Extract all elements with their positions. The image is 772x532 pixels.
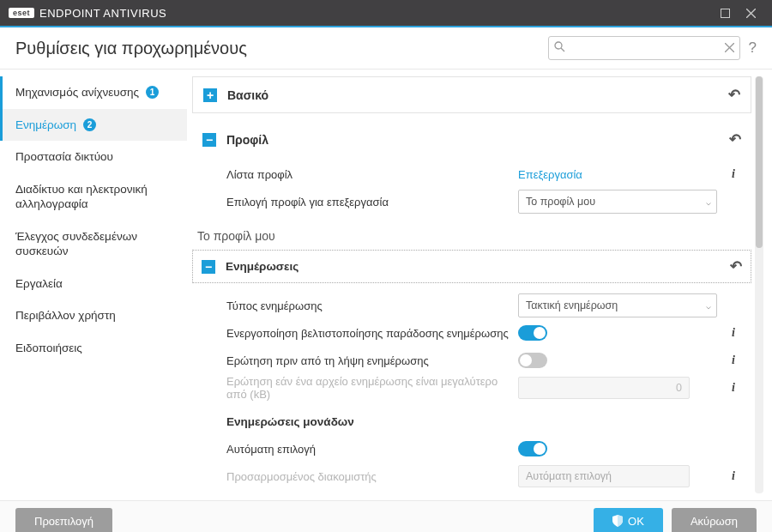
brand-badge: eset [9,8,34,18]
info-icon[interactable]: i [726,354,741,367]
help-button[interactable]: ? [749,39,757,57]
sidebar-item-label: Μηχανισμός ανίχνευσης [15,85,139,100]
section-basic-header[interactable]: + Βασικό ↶ [192,76,751,113]
section-profile-header[interactable]: − Προφίλ ↶ [192,122,751,157]
clear-search-icon[interactable] [725,42,734,55]
row-profile-select: Επιλογή προφίλ για επεξεργασία Το προφίλ… [226,188,741,215]
square-icon [721,9,730,18]
sidebar-item-network[interactable]: Προστασία δικτύου [0,141,187,173]
section-title: Βασικό [227,88,268,102]
subsection-updates-header[interactable]: − Ενημέρωσεις ↶ [192,250,751,283]
row-custom-server: Προσαρμοσμένος διακομιστής i [226,462,741,490]
row-update-type: Τύπος ενημέρωσης Τακτική ενημέρωση ⌵ [226,292,741,319]
sidebar-item-web-email[interactable]: Διαδίκτυο και ηλεκτρονική αλληλογραφία [0,173,187,221]
collapse-icon: − [202,133,216,147]
chevron-down-icon: ⌵ [706,301,711,311]
ask-size-input [518,377,690,399]
close-icon [746,9,756,18]
default-button[interactable]: Προεπιλογή [15,508,112,532]
undo-icon[interactable]: ↶ [729,130,741,148]
edit-profile-link[interactable]: Επεξεργασία [518,168,582,181]
profile-select[interactable]: Το προφίλ μου ⌵ [518,190,717,214]
header: Ρυθμίσεις για προχωρημένους ? [0,27,772,70]
row-label: Ενεργοποίηση βελτιστοποίησης παράδοσης ε… [226,327,510,340]
row-ask-before: Ερώτηση πριν από τη λήψη ενημέρωσης i [226,347,741,374]
auto-select-toggle[interactable] [518,441,547,456]
window-close-button[interactable] [738,0,763,26]
search-box[interactable] [548,36,740,60]
delivery-opt-toggle[interactable] [518,325,547,341]
content-scroll: + Βασικό ↶ − Προφίλ ↶ Λίστα προφίλ Επεξε… [192,76,755,493]
sidebar-item-label: Περιβάλλον χρήστη [15,308,116,323]
row-ask-size: Ερώτηση εάν ένα αρχείο ενημέρωσης είναι … [226,374,741,402]
ask-before-toggle[interactable] [518,353,547,368]
undo-icon[interactable]: ↶ [728,86,740,104]
section-profile: − Προφίλ ↶ Λίστα προφίλ Επεξεργασία i Επ… [192,122,751,493]
sidebar-item-label: Διαδίκτυο και ηλεκτρονική αλληλογραφία [15,182,172,212]
ok-label: OK [628,515,644,528]
custom-server-input [518,465,690,487]
current-profile-label: Το προφίλ μου [197,229,751,243]
subsection-title: Ενημέρωσεις [226,260,299,273]
svg-rect-0 [721,9,729,17]
sidebar-item-device-control[interactable]: Έλεγχος συνδεδεμένων συσκευών [0,221,187,268]
page-title: Ρυθμίσεις για προχωρημένους [15,39,548,58]
row-label: Επιλογή προφίλ για επεξεργασία [226,196,510,209]
row-label: Ερώτηση εάν ένα αρχείο ενημέρωσης είναι … [226,375,510,401]
brand-text: ENDPOINT ANTIVIRUS [39,7,166,20]
row-label: Ερώτηση πριν από τη λήψη ενημέρωσης [226,354,510,367]
shield-icon [612,515,623,527]
sidebar-item-update[interactable]: Ενημέρωση 2 [0,109,187,142]
ok-button[interactable]: OK [594,508,663,532]
titlebar: eset ENDPOINT ANTIVIRUS [0,0,772,26]
sidebar-item-label: Προστασία δικτύου [15,149,113,165]
section-title: Προφίλ [226,133,268,147]
info-icon[interactable]: i [726,381,741,395]
footer: Προεπιλογή OK Ακύρωση [0,500,772,532]
row-auto-select: Αυτόματη επιλογή [226,435,741,462]
sidebar-item-ui[interactable]: Περιβάλλον χρήστη [0,299,187,332]
sidebar-item-detection[interactable]: Μηχανισμός ανίχνευσης 1 [0,76,187,109]
cancel-button[interactable]: Ακύρωση [672,508,757,532]
sidebar-item-label: Ενημέρωση [15,118,76,133]
update-type-select[interactable]: Τακτική ενημέρωση ⌵ [518,293,717,317]
sidebar-item-notifications[interactable]: Ειδοποιήσεις [0,332,187,365]
sidebar: Μηχανισμός ανίχνευσης 1 Ενημέρωση 2 Προσ… [0,70,187,500]
chevron-down-icon: ⌵ [706,197,711,207]
info-icon[interactable]: i [726,469,741,483]
scrollbar-thumb[interactable] [756,76,763,248]
sidebar-badge: 2 [83,118,96,131]
row-label: Αυτόματη επιλογή [226,443,510,456]
row-label: Προσαρμοσμένος διακομιστής [226,470,510,483]
search-input[interactable] [569,41,721,55]
scrollbar[interactable] [755,76,763,493]
svg-point-3 [555,42,562,49]
search-icon [554,41,565,55]
sidebar-item-label: Εργαλεία [15,276,63,292]
collapse-icon: − [202,260,215,274]
select-value: Τακτική ενημέρωση [526,299,618,311]
sidebar-item-label: Έλεγχος συνδεδεμένων συσκευών [15,229,172,259]
row-profile-list: Λίστα προφίλ Επεξεργασία i [226,160,741,188]
window-maximize-button[interactable] [712,0,738,26]
section-basic: + Βασικό ↶ [192,76,751,113]
row-delivery-opt: Ενεργοποίηση βελτιστοποίησης παράδοσης ε… [226,319,741,347]
modules-title: Ενημερώσεις μονάδων [226,415,741,428]
row-label: Τύπος ενημέρωσης [226,299,510,312]
sidebar-badge: 1 [146,86,159,99]
row-label: Λίστα προφίλ [226,168,510,181]
info-icon[interactable]: i [726,167,741,181]
sidebar-item-tools[interactable]: Εργαλεία [0,268,187,300]
undo-icon[interactable]: ↶ [730,257,742,275]
info-icon[interactable]: i [726,326,741,340]
svg-line-4 [561,48,564,51]
expand-icon: + [203,88,217,102]
sidebar-item-label: Ειδοποιήσεις [15,341,82,356]
content-area: + Βασικό ↶ − Προφίλ ↶ Λίστα προφίλ Επεξε… [187,70,772,500]
body: Μηχανισμός ανίχνευσης 1 Ενημέρωση 2 Προσ… [0,70,772,500]
select-value: Το προφίλ μου [526,196,595,208]
